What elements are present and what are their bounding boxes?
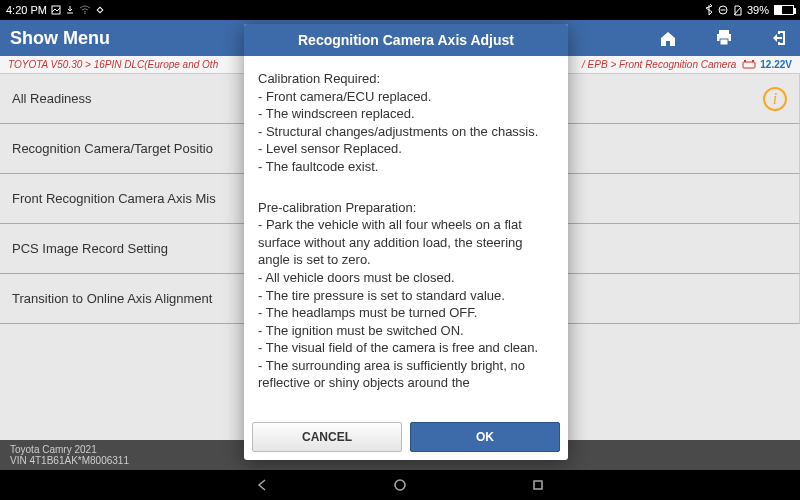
status-time: 4:20 PM (6, 4, 47, 16)
dialog-title: Recognition Camera Axis Adjust (244, 24, 568, 56)
dialog-body: Calibration Required: - Front camera/ECU… (244, 56, 568, 416)
exit-icon[interactable] (770, 28, 790, 48)
dialog-text: - Park the vehicle with all four wheels … (258, 216, 554, 269)
home-icon[interactable] (658, 28, 678, 48)
cancel-button[interactable]: CANCEL (252, 422, 402, 452)
svg-rect-8 (720, 39, 728, 45)
battery-icon (774, 5, 794, 15)
dialog-text: - The faultcode exist. (258, 158, 554, 176)
svg-rect-10 (744, 60, 746, 62)
image-icon (51, 5, 61, 15)
app-bar-actions (658, 28, 790, 48)
app-bar-title: Show Menu (10, 28, 110, 49)
bluetooth-icon (705, 4, 713, 16)
diamond-icon (95, 5, 105, 15)
back-icon[interactable] (253, 476, 271, 494)
recent-icon[interactable] (529, 476, 547, 494)
svg-rect-9 (743, 62, 755, 68)
svg-rect-2 (97, 7, 103, 13)
battery-volt-icon (742, 60, 756, 69)
svg-rect-13 (534, 481, 542, 489)
svg-rect-11 (752, 60, 754, 62)
dialog-text: - The windscreen replaced. (258, 105, 554, 123)
section-title: Calibration Required: (258, 70, 554, 88)
svg-rect-6 (719, 30, 729, 34)
wifi-icon (79, 5, 91, 15)
status-right: 39% (705, 4, 794, 16)
dialog-text: - All vehicle doors must be closed. (258, 269, 554, 287)
section-title: Pre-calibration Preparation: (258, 199, 554, 217)
dialog-text: - Level sensor Replaced. (258, 140, 554, 158)
breadcrumb-left: TOYOTA V50.30 > 16PIN DLC(Europe and Oth (8, 59, 218, 70)
status-bar: 4:20 PM 39% (0, 0, 800, 20)
battery-percent: 39% (747, 4, 769, 16)
android-nav-bar (0, 470, 800, 500)
dnd-icon (718, 5, 728, 15)
nosim-icon (733, 5, 742, 16)
dialog-buttons: CANCEL OK (244, 416, 568, 460)
dialog-text: - The headlamps must be turned OFF. (258, 304, 554, 322)
dialog-text: - The tire pressure is set to standard v… (258, 287, 554, 305)
dialog-text: - The surrounding area is sufficiently b… (258, 357, 554, 392)
dialog-text: - Structural changes/adjustments on the … (258, 123, 554, 141)
status-left: 4:20 PM (6, 4, 105, 16)
dialog: Recognition Camera Axis Adjust Calibrati… (244, 24, 568, 460)
home-nav-icon[interactable] (391, 476, 409, 494)
svg-point-12 (395, 480, 405, 490)
breadcrumb-right: / EPB > Front Recognition Camera (582, 59, 736, 70)
svg-point-1 (84, 13, 86, 15)
download-icon (65, 5, 75, 15)
dialog-text: - The visual field of the camera is free… (258, 339, 554, 357)
print-icon[interactable] (714, 28, 734, 48)
dialog-text: - Front camera/ECU replaced. (258, 88, 554, 106)
voltage-display: 12.22V (742, 59, 792, 70)
app-root: 4:20 PM 39% (0, 0, 800, 500)
info-icon[interactable]: i (763, 87, 787, 111)
dialog-text: - The ignition must be switched ON. (258, 322, 554, 340)
ok-button[interactable]: OK (410, 422, 560, 452)
